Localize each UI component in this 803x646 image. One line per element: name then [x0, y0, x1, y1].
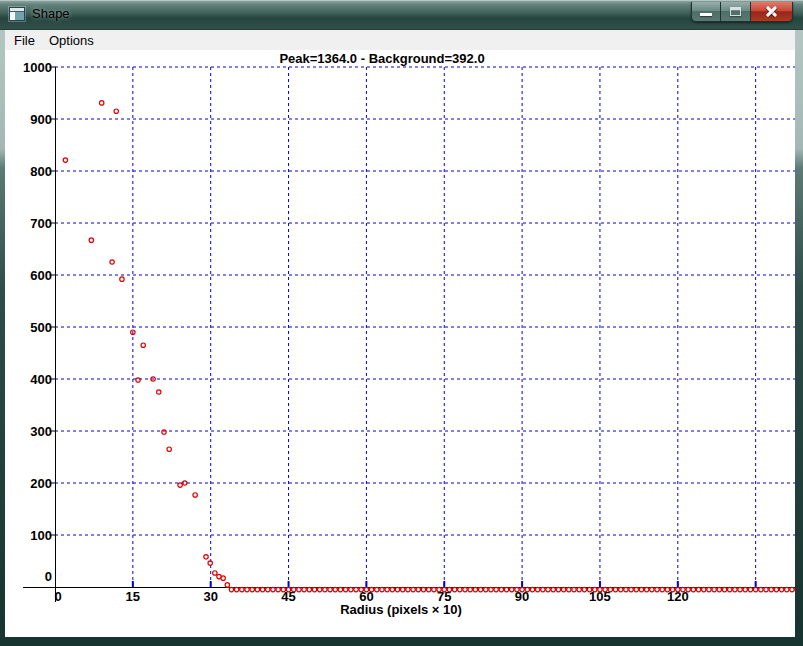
y-tick-label: 0 — [45, 569, 52, 584]
data-point — [567, 587, 571, 591]
data-point — [473, 587, 477, 591]
data-point — [510, 587, 514, 591]
data-point — [343, 587, 347, 591]
data-point — [323, 587, 327, 591]
x-tick-label: 15 — [126, 589, 140, 604]
y-tick-label: 300 — [30, 424, 52, 439]
data-point — [722, 587, 726, 591]
data-point — [546, 587, 550, 591]
data-point — [380, 587, 384, 591]
data-point — [644, 587, 648, 591]
data-point — [120, 277, 124, 281]
data-point — [338, 587, 342, 591]
client-area: File Options 010020030040050060070080090… — [5, 30, 795, 637]
data-point — [307, 587, 311, 591]
data-point — [328, 587, 332, 591]
data-point — [245, 587, 249, 591]
data-point — [494, 587, 498, 591]
data-point — [629, 587, 633, 591]
data-point — [317, 587, 321, 591]
data-point — [561, 587, 565, 591]
menu-file[interactable]: File — [7, 31, 42, 50]
menubar: File Options — [5, 30, 795, 50]
data-point — [110, 260, 114, 264]
data-point — [655, 587, 659, 591]
data-point — [468, 587, 472, 591]
data-point — [271, 587, 275, 591]
data-point — [458, 587, 462, 591]
data-point — [774, 587, 778, 591]
x-tick-label: 30 — [203, 589, 217, 604]
data-point — [696, 587, 700, 591]
data-point — [157, 390, 161, 394]
y-tick-label: 1000 — [23, 60, 52, 75]
data-point — [577, 587, 581, 591]
window-controls — [691, 2, 793, 22]
titlebar[interactable]: Shape — [0, 0, 803, 30]
data-point — [63, 158, 67, 162]
data-point — [421, 587, 425, 591]
data-point — [785, 587, 789, 591]
data-point — [624, 587, 628, 591]
maximize-button[interactable] — [721, 2, 751, 22]
data-point — [178, 483, 182, 487]
data-point — [712, 587, 716, 591]
data-point — [551, 587, 555, 591]
data-point — [141, 343, 145, 347]
data-point — [769, 587, 773, 591]
data-point — [743, 587, 747, 591]
data-point — [717, 587, 721, 591]
data-point — [541, 587, 545, 591]
x-tick-label: 0 — [54, 589, 61, 604]
menu-options[interactable]: Options — [42, 31, 101, 50]
data-point — [484, 587, 488, 591]
plot-title: Peak=1364.0 - Background=392.0 — [279, 51, 484, 66]
data-point — [349, 587, 353, 591]
data-point — [213, 571, 217, 575]
minimize-button[interactable] — [691, 2, 721, 22]
data-point — [535, 587, 539, 591]
data-point — [650, 587, 654, 591]
data-point — [489, 587, 493, 591]
data-point — [333, 587, 337, 591]
data-point — [221, 576, 225, 580]
data-point — [276, 587, 280, 591]
window-title: Shape — [32, 6, 70, 21]
data-point — [375, 587, 379, 591]
data-point — [639, 587, 643, 591]
maximize-icon — [730, 7, 741, 16]
data-point — [619, 587, 623, 591]
data-point — [406, 587, 410, 591]
data-point — [234, 587, 238, 591]
y-tick-label: 200 — [30, 476, 52, 491]
data-point — [411, 587, 415, 591]
data-point — [582, 587, 586, 591]
data-point — [530, 587, 534, 591]
data-point — [707, 587, 711, 591]
data-point — [114, 109, 118, 113]
data-point — [748, 587, 752, 591]
data-point — [208, 561, 212, 565]
data-point — [401, 587, 405, 591]
data-point — [250, 587, 254, 591]
minimize-icon — [700, 13, 712, 16]
data-point — [193, 493, 197, 497]
close-button[interactable] — [751, 2, 793, 22]
data-point — [255, 587, 259, 591]
app-window: Shape File Options 010020030040050060070… — [0, 0, 803, 646]
data-point — [89, 238, 93, 242]
data-point — [136, 378, 140, 382]
data-point — [260, 587, 264, 591]
data-point — [759, 587, 763, 591]
data-point — [702, 587, 706, 591]
data-point — [432, 587, 436, 591]
y-tick-label: 400 — [30, 372, 52, 387]
data-point — [499, 587, 503, 591]
data-point — [385, 587, 389, 591]
data-point — [229, 587, 233, 591]
data-point — [779, 587, 783, 591]
data-point — [416, 587, 420, 591]
data-point — [733, 587, 737, 591]
data-point — [738, 587, 742, 591]
y-tick-label: 100 — [30, 528, 52, 543]
